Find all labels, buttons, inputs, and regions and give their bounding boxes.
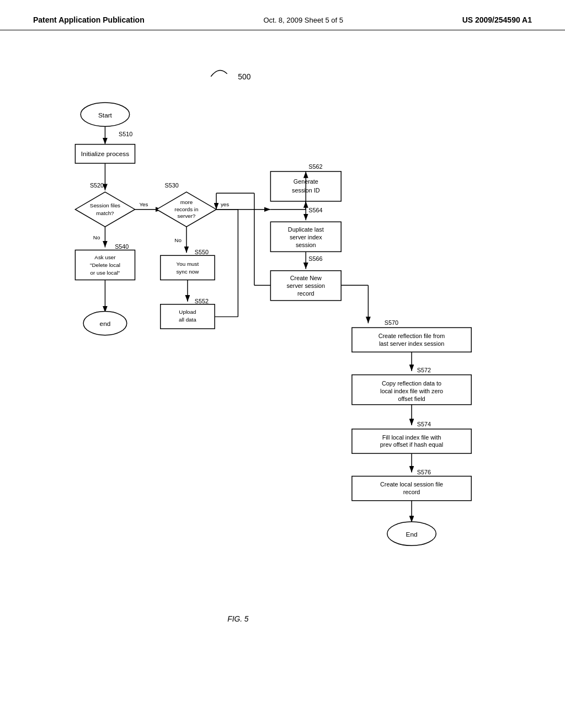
svg-text:You must: You must	[177, 261, 199, 267]
svg-text:record: record	[297, 290, 315, 297]
svg-text:S570: S570	[385, 319, 398, 326]
svg-text:match?: match?	[96, 210, 114, 216]
header-publication: Patent Application Publication	[33, 15, 145, 24]
svg-text:Ask user: Ask user	[94, 254, 116, 260]
svg-rect-69	[352, 328, 471, 352]
svg-text:local index file with zero: local index file with zero	[380, 388, 443, 394]
header-date-sheet: Oct. 8, 2009 Sheet 5 of 5	[263, 16, 343, 24]
header-patent-number: US 2009/254590 A1	[462, 15, 532, 24]
page: Patent Application Publication Oct. 8, 2…	[0, 0, 565, 728]
svg-text:offset field: offset field	[398, 395, 425, 402]
svg-text:S510: S510	[119, 131, 132, 137]
svg-text:last server index session: last server index session	[379, 340, 444, 347]
flowchart-svg: 500 Start S510 Initialize process S520 S…	[0, 36, 565, 687]
svg-text:Initialize process: Initialize process	[81, 150, 129, 158]
page-header: Patent Application Publication Oct. 8, 2…	[0, 0, 565, 30]
svg-text:or use local": or use local"	[90, 270, 120, 276]
svg-text:more: more	[180, 199, 193, 205]
svg-text:server?: server?	[178, 213, 196, 219]
svg-text:end: end	[100, 320, 111, 328]
svg-text:record: record	[403, 489, 420, 495]
svg-text:End: End	[406, 531, 418, 538]
svg-rect-35	[161, 255, 215, 280]
svg-text:S564: S564	[308, 207, 322, 213]
svg-text:Create New: Create New	[290, 275, 322, 281]
svg-text:Yes: Yes	[139, 201, 148, 207]
svg-text:prev offset if hash equal: prev offset if hash equal	[380, 441, 443, 448]
svg-text:Start: Start	[98, 111, 113, 119]
svg-text:Create local session file: Create local session file	[380, 481, 443, 488]
svg-text:Upload: Upload	[179, 309, 196, 315]
svg-text:S576: S576	[417, 469, 431, 475]
svg-text:S550: S550	[195, 249, 209, 255]
svg-text:records in: records in	[174, 206, 198, 212]
svg-text:No: No	[93, 234, 100, 240]
svg-text:server session: server session	[286, 282, 325, 289]
svg-text:all data: all data	[179, 317, 196, 323]
svg-text:500: 500	[238, 73, 250, 81]
svg-text:sync now: sync now	[176, 269, 199, 275]
svg-text:S530: S530	[165, 182, 179, 189]
svg-text:S540: S540	[115, 243, 129, 250]
svg-text:S574: S574	[417, 421, 431, 427]
svg-text:Fill local index file with: Fill local index file with	[382, 434, 441, 441]
svg-text:"Delete local: "Delete local	[90, 262, 120, 268]
svg-text:S572: S572	[417, 367, 431, 373]
diagram-area: 500 Start S510 Initialize process S520 S…	[0, 36, 565, 687]
svg-text:Create reflection file from: Create reflection file from	[379, 333, 445, 339]
svg-text:FIG. 5: FIG. 5	[227, 615, 249, 623]
svg-text:S562: S562	[308, 163, 322, 170]
svg-text:S566: S566	[308, 255, 322, 262]
svg-text:Copy reflection data to: Copy reflection data to	[382, 380, 441, 387]
svg-text:S552: S552	[195, 298, 209, 304]
svg-text:server index: server index	[290, 234, 322, 240]
svg-text:Duplicate last: Duplicate last	[288, 226, 324, 233]
svg-text:session: session	[296, 242, 316, 248]
svg-text:No: No	[174, 237, 182, 243]
svg-text:yes: yes	[221, 201, 229, 207]
svg-text:S520: S520	[90, 182, 104, 189]
svg-text:Session files: Session files	[90, 202, 120, 208]
